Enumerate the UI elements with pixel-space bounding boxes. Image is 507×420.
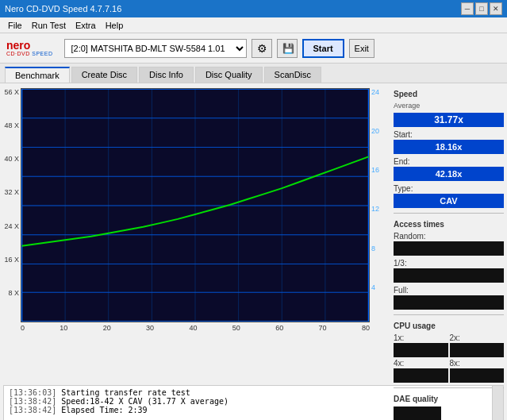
access-onethird-value (394, 268, 504, 283)
speed-type-value: CAV (394, 194, 504, 208)
cpu-2x-value (450, 343, 505, 357)
chart-container (21, 88, 370, 322)
access-full-label: Full: (394, 286, 504, 295)
divider-2 (394, 314, 504, 315)
speed-type-row: Type: CAV (394, 184, 504, 208)
menu-bar: File Run Test Extra Help (0, 17, 507, 33)
tab-create-disc[interactable]: Create Disc (71, 67, 137, 83)
drive-selector[interactable]: [2:0] MATSHITA BD-MLT SW-5584 1.01 (64, 39, 247, 58)
y-label-16: 16 X (3, 256, 19, 264)
cpu-8x-label: 8x: (450, 359, 505, 368)
y-right-8: 8 (371, 245, 387, 252)
toolbar: nero CD·DVD SPEED [2:0] MATSHITA BD-MLT … (0, 33, 507, 64)
y-label-48: 48 X (3, 121, 19, 129)
log-entry-0: [13:36:03] Starting transfer rate test (9, 388, 487, 397)
speed-start-label: Start: (394, 130, 504, 139)
maximize-button[interactable]: □ (475, 2, 488, 15)
speed-start-end-row: Start: 18.16x (394, 130, 504, 154)
toolbar-icon-btn-2[interactable]: 💾 (277, 39, 298, 58)
tab-disc-info[interactable]: Disc Info (139, 67, 194, 83)
exit-button[interactable]: Exit (349, 39, 374, 58)
access-random-row: Random: (394, 232, 504, 256)
menu-help[interactable]: Help (101, 19, 129, 32)
tab-benchmark[interactable]: Benchmark (5, 67, 70, 83)
tabs-bar: Benchmark Create Disc Disc Info Disc Qua… (0, 64, 507, 83)
log-time-2: [13:38:42] (9, 406, 56, 414)
log-area: [13:36:03] Starting transfer rate test [… (3, 385, 504, 420)
y-axis-right: 24 20 16 12 8 4 (370, 88, 387, 322)
tab-disc-quality[interactable]: Disc Quality (195, 67, 263, 83)
cpu-8x-value (450, 368, 505, 383)
speed-section-title: Speed (394, 90, 504, 98)
speed-type-label: Type: (394, 184, 504, 193)
nero-brand-top: nero (6, 40, 30, 51)
chart-area: 56 X 48 X 40 X 32 X 24 X 16 X 8 X (0, 83, 390, 385)
speed-end-label: End: (394, 157, 504, 166)
y-right-16: 16 (371, 166, 387, 174)
y-right-24: 24 (371, 88, 387, 96)
y-right-4: 4 (371, 283, 387, 291)
speed-average-value: 31.77x (394, 113, 504, 127)
y-label-40: 40 X (3, 155, 19, 163)
log-scrollbar[interactable] (492, 386, 503, 420)
speed-average-label: Average (394, 102, 504, 110)
x-label-20: 20 (103, 324, 111, 332)
speed-type-col: Type: CAV (394, 184, 504, 208)
access-random-value (394, 241, 504, 256)
app-title: Nero CD-DVD Speed 4.7.7.16 (5, 4, 121, 13)
menu-file[interactable]: File (3, 19, 27, 32)
log-entry-1: [13:38:42] Speed:18-42 X CAV (31.77 X av… (9, 397, 487, 406)
start-button[interactable]: Start (302, 39, 344, 58)
y-label-56: 56 X (3, 88, 19, 96)
log-time-0: [13:36:03] (9, 388, 56, 397)
access-times-title: Access times (394, 220, 504, 229)
nero-brand-bottom: CD·DVD SPEED (6, 51, 53, 56)
main-content: 56 X 48 X 40 X 32 X 24 X 16 X 8 X (0, 83, 507, 385)
y-axis-left: 56 X 48 X 40 X 32 X 24 X 16 X 8 X (3, 88, 21, 322)
cpu-grid: 1x: 2x: 4x: 8x: (394, 333, 504, 383)
cpu-8x-col: 8x: (450, 359, 505, 383)
close-button[interactable]: ✕ (490, 2, 502, 15)
cpu-1x-value (394, 343, 448, 357)
x-label-10: 10 (60, 324, 67, 332)
access-random-col: Random: (394, 232, 504, 256)
tab-scan-disc[interactable]: ScanDisc (264, 67, 321, 83)
x-label-50: 50 (232, 324, 240, 332)
x-label-0: 0 (21, 324, 25, 332)
right-panel: Speed Average 31.77x Start: 18.16x End: … (390, 83, 507, 385)
y-label-24: 24 X (3, 222, 19, 230)
x-label-40: 40 (189, 324, 197, 332)
access-onethird-row: 1/3: (394, 259, 504, 283)
cpu-1x-label: 1x: (394, 333, 448, 342)
cpu-4x-col: 4x: (394, 359, 448, 383)
y-right-12: 12 (371, 205, 387, 213)
speed-end-value: 42.18x (394, 167, 504, 181)
speed-start-col: Start: 18.16x (394, 130, 504, 154)
log-time-1: [13:38:42] (9, 397, 56, 406)
speed-start-value: 18.16x (394, 140, 504, 154)
toolbar-icon-btn-1[interactable]: ⚙ (252, 39, 272, 58)
minimize-button[interactable]: ─ (461, 2, 474, 15)
chart-svg (21, 89, 369, 322)
speed-end-col: End: 42.18x (394, 157, 504, 181)
title-bar: Nero CD-DVD Speed 4.7.7.16 ─ □ ✕ (0, 0, 507, 17)
x-label-70: 70 (319, 324, 327, 332)
menu-run-test[interactable]: Run Test (27, 19, 71, 32)
log-entry-2: [13:38:42] Elapsed Time: 2:39 (9, 406, 487, 414)
cpu-1x-col: 1x: (394, 333, 448, 357)
access-onethird-label: 1/3: (394, 259, 504, 268)
x-label-80: 80 (362, 324, 370, 332)
x-label-60: 60 (275, 324, 283, 332)
access-full-row: Full: (394, 286, 504, 310)
log-text-2: Elapsed Time: 2:39 (61, 406, 147, 414)
y-label-8: 8 X (3, 289, 19, 297)
cpu-2x-label: 2x: (450, 333, 505, 342)
log-text-0: Starting transfer rate test (61, 388, 190, 397)
nero-logo: nero CD·DVD SPEED (6, 40, 53, 56)
access-full-value (394, 295, 504, 310)
log-text-1: Speed:18-42 X CAV (31.77 X average) (61, 397, 229, 406)
log-content: [13:36:03] Starting transfer rate test [… (4, 386, 492, 420)
divider-1 (394, 213, 504, 214)
x-label-30: 30 (146, 324, 154, 332)
menu-extra[interactable]: Extra (71, 19, 101, 32)
